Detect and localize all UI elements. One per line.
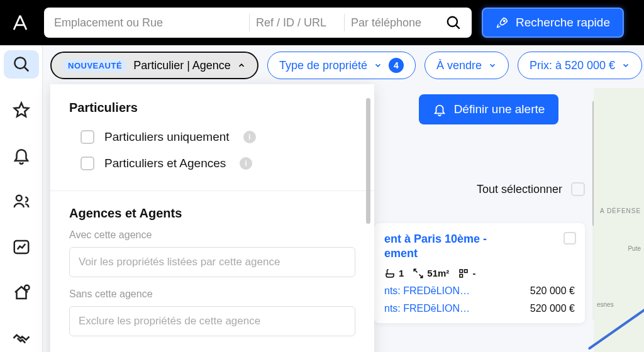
svg-rect-8	[460, 274, 463, 277]
option-private-and-agency[interactable]: Particuliers et Agences i	[69, 150, 355, 177]
checkbox[interactable]	[80, 157, 94, 170]
set-alert-button[interactable]: Définir une alerte	[419, 94, 559, 124]
checkbox[interactable]	[80, 130, 94, 144]
with-agency-input[interactable]	[69, 247, 355, 277]
ref-input[interactable]	[256, 16, 338, 30]
star-icon	[12, 101, 31, 119]
result-card[interactable]: ent à Paris 10ème -ement 1 51m² - nts: F…	[374, 223, 585, 323]
listing-agent-link[interactable]: nts: FREDēLION…	[384, 303, 470, 314]
property-type-pill[interactable]: Type de propriété 4	[267, 52, 416, 79]
search-button[interactable]	[445, 14, 462, 31]
bell-icon	[12, 146, 31, 165]
home-badge-icon	[12, 283, 31, 302]
rail-search[interactable]	[4, 50, 39, 79]
svg-point-5	[25, 285, 30, 290]
price-label: Prix: à 520 000 €	[530, 59, 615, 72]
search-icon	[12, 55, 31, 74]
quick-search-button[interactable]: Recherche rapide	[482, 8, 624, 38]
svg-rect-6	[460, 270, 463, 273]
price-pill[interactable]: Prix: à 520 000 €	[518, 52, 642, 79]
rail-partnerships[interactable]	[4, 324, 39, 352]
map-road	[588, 301, 644, 350]
without-agency-label: Sans cette agence	[69, 289, 355, 300]
chevron-down-icon	[488, 61, 497, 70]
info-icon[interactable]: i	[243, 131, 256, 143]
rooms-icon	[458, 268, 469, 279]
listing-agent-link[interactable]: nts: FREDēLION…	[384, 285, 470, 297]
rail-favorites[interactable]	[4, 96, 39, 124]
without-agency-input[interactable]	[69, 306, 355, 336]
svg-point-1	[504, 20, 505, 21]
rail-contacts[interactable]	[4, 187, 39, 216]
map-label: esnes	[597, 301, 614, 308]
spec-area: 51m²	[413, 268, 449, 279]
seller-filter-label: Particulier | Agence	[133, 59, 231, 72]
map-panel[interactable]: A DÉFENSE Pute esnes	[594, 88, 644, 352]
rail-alerts[interactable]	[4, 141, 39, 170]
rocket-icon	[496, 16, 509, 30]
map-label: A DÉFENSE	[600, 207, 641, 214]
listing-row: nts: FREDēLION… 520 000 €	[384, 285, 575, 297]
people-icon	[12, 192, 31, 211]
map-label: Pute	[628, 245, 641, 252]
handshake-icon	[12, 329, 31, 348]
new-badge: NOUVEAUTÉ	[63, 59, 127, 72]
dropdown-scrollbar[interactable]	[366, 98, 370, 224]
divider	[249, 14, 250, 31]
select-all-label: Tout sélectionner	[477, 183, 562, 196]
svg-rect-7	[465, 270, 468, 273]
left-rail	[0, 45, 43, 352]
listing-price: 520 000 €	[530, 285, 575, 297]
listing-row: nts: FREDēLION… 520 000 €	[384, 303, 575, 314]
spec-bath: 1	[384, 268, 404, 279]
transaction-pill[interactable]: À vendre	[425, 52, 509, 79]
card-title[interactable]: ent à Paris 10ème -ement	[384, 232, 575, 261]
select-all-row: Tout sélectionner	[390, 182, 585, 196]
rail-stats[interactable]	[4, 233, 39, 261]
phone-input[interactable]	[351, 16, 445, 30]
option-private-only[interactable]: Particuliers uniquement i	[69, 124, 355, 150]
chevron-down-icon	[621, 61, 630, 70]
alert-label: Définir une alerte	[454, 102, 545, 116]
app-logo	[6, 9, 34, 36]
divider	[50, 190, 374, 191]
info-icon[interactable]: i	[240, 157, 252, 170]
filter-count-badge: 4	[389, 58, 404, 73]
option-label: Particuliers uniquement	[104, 130, 230, 144]
dropdown-section-title: Particuliers	[69, 101, 355, 115]
seller-filter-pill[interactable]: NOUVEAUTÉ Particulier | Agence	[50, 52, 258, 79]
quick-search-label: Recherche rapide	[516, 16, 610, 30]
chevron-up-icon	[237, 61, 246, 70]
rail-home-alert[interactable]	[4, 278, 39, 307]
filter-bar: NOUVEAUTÉ Particulier | Agence Type de p…	[50, 52, 638, 79]
property-type-label: Type de propriété	[279, 59, 367, 72]
dropdown-section-title: Agences et Agents	[69, 206, 355, 221]
top-bar: Recherche rapide	[0, 0, 644, 45]
svg-point-3	[16, 195, 21, 201]
transaction-label: À vendre	[436, 59, 482, 72]
card-checkbox[interactable]	[564, 232, 576, 245]
search-bar	[44, 8, 472, 38]
seller-filter-dropdown: Particuliers Particuliers uniquement i P…	[50, 84, 374, 352]
with-agency-label: Avec cette agence	[69, 229, 355, 241]
chart-icon	[12, 238, 31, 256]
bell-icon	[433, 102, 447, 116]
bath-icon	[384, 268, 396, 279]
divider	[344, 14, 345, 31]
card-specs: 1 51m² -	[384, 268, 575, 279]
chevron-down-icon	[374, 61, 382, 70]
select-all-checkbox[interactable]	[571, 182, 585, 196]
search-icon	[445, 14, 462, 31]
area-icon	[413, 268, 424, 279]
location-input[interactable]	[54, 16, 243, 30]
spec-rooms: -	[458, 268, 475, 279]
svg-point-0	[448, 17, 457, 26]
listing-price: 520 000 €	[530, 303, 575, 314]
option-label: Particuliers et Agences	[104, 157, 226, 170]
svg-point-2	[14, 58, 26, 69]
